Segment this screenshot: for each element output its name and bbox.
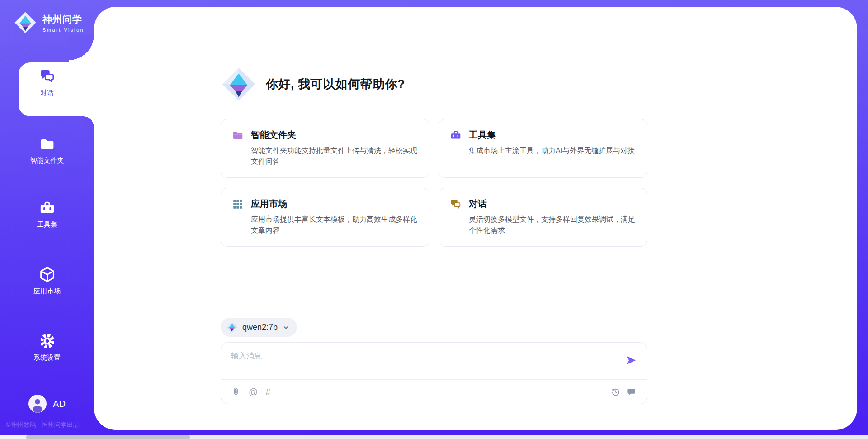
sidebar-item-app-market[interactable]: 应用市场	[0, 266, 94, 296]
sidebar: 神州问学 Smart Vision 对话 智能文件夹 工具	[0, 0, 94, 439]
gear-icon	[39, 333, 56, 349]
card-description: 集成市场上主流工具，助力AI与外界无缝扩展与对接	[469, 145, 636, 156]
sidebar-item-label: 工具集	[37, 220, 57, 229]
grid-icon	[232, 198, 244, 210]
briefcase-icon	[450, 129, 462, 141]
greeting-title: 你好, 我可以如何帮助你?	[266, 76, 405, 92]
message-input[interactable]	[231, 351, 615, 374]
card-app-market[interactable]: 应用市场 应用市场提供丰富长文本模板，助力高效生成多样化文章内容	[221, 188, 429, 247]
model-name: qwen2:7b	[242, 323, 278, 332]
composer-divider	[221, 379, 647, 380]
folder-icon	[39, 136, 56, 153]
card-description: 应用市场提供丰富长文本模板，助力高效生成多样化文章内容	[251, 214, 418, 236]
mention-button[interactable]: @	[249, 387, 258, 397]
sidebar-item-chat[interactable]: 对话	[0, 68, 94, 97]
card-description: 智能文件夹功能支持批量文件上传与清洗，轻松实现文件问答	[251, 145, 418, 167]
card-title: 智能文件夹	[251, 129, 296, 141]
card-smart-folder[interactable]: 智能文件夹 智能文件夹功能支持批量文件上传与清洗，轻松实现文件问答	[221, 119, 429, 178]
sidebar-item-smart-folder[interactable]: 智能文件夹	[0, 136, 94, 165]
card-toolset[interactable]: 工具集 集成市场上主流工具，助力AI与外界无缝扩展与对接	[439, 119, 647, 178]
card-title: 对话	[469, 198, 487, 210]
chat-icon	[450, 198, 462, 210]
greeting-row: 你好, 我可以如何帮助你?	[221, 66, 647, 103]
scrollbar-thumb[interactable]	[26, 435, 190, 439]
history-icon	[611, 387, 621, 397]
cube-icon	[39, 266, 56, 283]
sidebar-item-label: 智能文件夹	[30, 157, 64, 165]
card-chat[interactable]: 对话 灵活切换多模型文件，支持多样回复效果调试，满足个性化需求	[439, 188, 647, 247]
copyright-footer: ©神州数码 · 神州问学出品	[6, 421, 80, 429]
brand-diamond-icon	[14, 11, 37, 34]
chat-icon	[39, 68, 56, 85]
sidebar-item-settings[interactable]: 系统设置	[0, 333, 94, 362]
attach-button[interactable]	[231, 387, 241, 397]
brand-name: 神州问学	[42, 13, 84, 26]
model-selector[interactable]: qwen2:7b	[221, 318, 297, 337]
user-profile[interactable]: AD	[0, 395, 94, 413]
sidebar-item-label: 应用市场	[33, 287, 61, 296]
message-composer: @ #	[221, 342, 647, 404]
feature-cards: 智能文件夹 智能文件夹功能支持批量文件上传与清洗，轻松实现文件问答 工具集 集成…	[221, 119, 647, 247]
send-button[interactable]	[625, 354, 637, 367]
message-square-icon	[627, 387, 637, 397]
card-description: 灵活切换多模型文件，支持多样回复效果调试，满足个性化需求	[469, 214, 636, 236]
card-title: 应用市场	[251, 198, 287, 210]
feedback-button[interactable]	[627, 387, 637, 397]
composer-toolbar: @ #	[231, 385, 637, 399]
app-root: 神州问学 Smart Vision 对话 智能文件夹 工具	[0, 0, 868, 439]
send-icon	[625, 354, 637, 366]
briefcase-icon	[39, 200, 56, 216]
sidebar-item-label: 对话	[40, 89, 54, 97]
horizontal-scrollbar	[0, 435, 868, 439]
brand-logo: 神州问学 Smart Vision	[14, 11, 84, 34]
sidebar-item-label: 系统设置	[33, 353, 61, 362]
user-name: AD	[53, 399, 66, 409]
folder-icon	[232, 129, 244, 141]
main-content: 你好, 我可以如何帮助你? 智能文件夹 智能文件夹功能支持批量文件上传与清洗，轻…	[221, 0, 647, 404]
brand-subtitle: Smart Vision	[42, 27, 84, 33]
hashtag-button[interactable]: #	[265, 387, 270, 397]
model-logo-icon	[226, 321, 238, 333]
sidebar-item-toolset[interactable]: 工具集	[0, 200, 94, 229]
person-icon	[28, 395, 47, 413]
card-title: 工具集	[469, 129, 496, 141]
chevron-down-icon	[282, 324, 290, 331]
history-button[interactable]	[611, 387, 621, 397]
paperclip-icon	[231, 387, 241, 397]
scrollbar-corner	[0, 435, 26, 439]
assistant-logo-icon	[221, 66, 257, 102]
avatar	[28, 395, 47, 413]
